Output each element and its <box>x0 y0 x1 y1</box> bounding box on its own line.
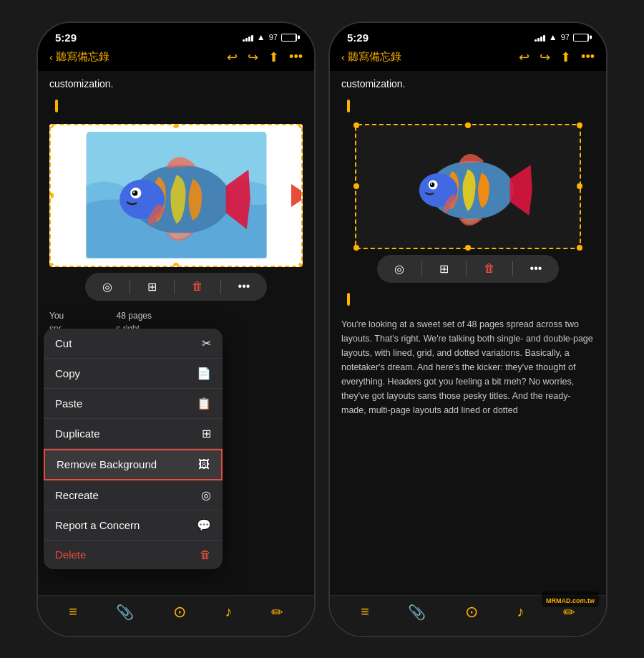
undo-button[interactable]: ↩ <box>227 49 238 65</box>
delete-toolbar-icon[interactable]: 🗑 <box>186 277 209 296</box>
right-phone: 5:29 ▲ 97 ‹ 聽寫備忘錄 <box>328 21 608 637</box>
left-image-container[interactable] <box>49 124 303 267</box>
list-icon[interactable]: ≡ <box>69 604 77 620</box>
right-view-icon[interactable]: ◎ <box>389 259 410 279</box>
right-signal-icon <box>535 34 545 42</box>
more-toolbar-icon[interactable]: ••• <box>233 277 256 296</box>
menu-report-label: Report a Concern <box>55 519 140 531</box>
left-back-button[interactable]: ‹ 聽寫備忘錄 <box>49 50 109 64</box>
right-handle-br[interactable] <box>577 245 582 251</box>
handle-tl[interactable] <box>49 124 54 128</box>
watermark: MRMAD.com.tw <box>542 591 599 607</box>
menu-delete-label: Delete <box>55 548 86 561</box>
right-handle-tr[interactable] <box>577 122 582 128</box>
menu-cut[interactable]: Cut ✂ <box>44 329 223 359</box>
music-icon[interactable]: ♪ <box>225 604 232 620</box>
right-image-toolbar: ◎ ⊞ 🗑 ••• <box>377 255 560 283</box>
right-battery-percent: 97 <box>561 33 570 42</box>
right-handle-tl[interactable] <box>353 122 359 128</box>
right-content-top: customization. <box>330 71 606 94</box>
yellow-line-icon <box>55 100 58 112</box>
right-handle-tm[interactable] <box>465 122 471 128</box>
menu-copy[interactable]: Copy 📄 <box>44 359 223 389</box>
left-content-top: customization. <box>38 71 314 94</box>
right-undo-button[interactable]: ↩ <box>519 49 530 65</box>
right-share-button[interactable]: ⬆ <box>560 49 571 65</box>
left-nav-actions: ↩ ↪ ⬆ ••• <box>227 49 303 65</box>
signal-icon <box>243 34 253 42</box>
right-time: 5:29 <box>347 32 369 44</box>
menu-duplicate-label: Duplicate <box>55 427 100 440</box>
right-handle-ml[interactable] <box>353 183 359 189</box>
menu-copy-label: Copy <box>55 367 80 379</box>
right-yellow-line-2 <box>347 293 350 306</box>
duplicate-icon: ⊞ <box>202 427 211 440</box>
right-attachment-icon[interactable]: 📎 <box>408 604 426 621</box>
left-status-bar: 5:29 ▲ 97 <box>38 23 314 47</box>
right-redo-button[interactable]: ↪ <box>540 49 550 65</box>
redo-button[interactable]: ↪ <box>248 49 258 65</box>
fish-svg <box>64 132 289 258</box>
battery-icon <box>281 34 297 42</box>
right-handle-bl[interactable] <box>353 245 359 251</box>
handle-bl[interactable] <box>49 263 54 267</box>
right-wifi-icon: ▲ <box>549 32 557 42</box>
left-bottom-toolbar: ≡ 📎 ⊙ ♪ ✏ <box>38 595 314 636</box>
right-content: customization. <box>330 71 606 595</box>
left-fish-image[interactable] <box>49 124 303 267</box>
left-status-icons: ▲ 97 <box>243 32 297 42</box>
handle-ml[interactable] <box>49 193 54 198</box>
menu-paste[interactable]: Paste 📋 <box>44 389 223 419</box>
copy-icon: 📄 <box>197 367 211 380</box>
left-content: customization. <box>38 71 314 595</box>
right-yellow-line <box>347 100 350 112</box>
right-nav-actions: ↩ ↪ ⬆ ••• <box>519 49 595 65</box>
right-more-toolbar-icon[interactable]: ••• <box>525 259 548 278</box>
paste-icon: 📋 <box>197 397 211 410</box>
menu-duplicate[interactable]: Duplicate ⊞ <box>44 419 223 449</box>
right-image-container[interactable] <box>355 124 582 249</box>
share-button[interactable]: ⬆ <box>268 49 279 65</box>
right-music-icon[interactable]: ♪ <box>517 604 524 620</box>
svg-point-10 <box>431 183 432 185</box>
remove-bg-icon: 🖼 <box>198 458 210 471</box>
dictate-icon[interactable]: ⊙ <box>173 603 186 621</box>
left-time: 5:29 <box>55 32 77 44</box>
menu-recreate[interactable]: Recreate ◎ <box>44 480 223 511</box>
right-chevron-left-icon: ‹ <box>341 51 345 63</box>
context-menu: Cut ✂ Copy 📄 Paste 📋 Duplicate ⊞ Remove … <box>44 329 223 569</box>
attachment-icon[interactable]: 📎 <box>116 604 134 621</box>
left-image-toolbar: ◎ ⊞ 🗑 ••• <box>85 273 268 301</box>
menu-recreate-label: Recreate <box>55 489 99 501</box>
menu-paste-label: Paste <box>55 397 82 410</box>
right-handle-mr[interactable] <box>577 183 582 189</box>
more-button[interactable]: ••• <box>289 49 303 64</box>
recreate-icon: ◎ <box>201 488 211 502</box>
right-more-button[interactable]: ••• <box>581 49 595 64</box>
view-icon[interactable]: ◎ <box>97 277 118 296</box>
handle-tr[interactable] <box>298 124 303 128</box>
right-dictate-icon[interactable]: ⊙ <box>465 603 478 621</box>
cut-icon: ✂ <box>202 337 211 350</box>
menu-delete[interactable]: Delete 🗑 <box>44 541 223 569</box>
left-phone: 5:29 ▲ 97 ‹ 聽寫備忘錄 <box>36 21 316 637</box>
handle-br[interactable] <box>298 263 303 267</box>
right-delete-toolbar-icon[interactable]: 🗑 <box>478 259 501 278</box>
svg-point-4 <box>132 190 137 196</box>
left-section-divider <box>38 94 314 118</box>
right-nav-bar: ‹ 聽寫備忘錄 ↩ ↪ ⬆ ••• <box>330 47 606 71</box>
right-handle-bm[interactable] <box>465 245 471 251</box>
edit-icon[interactable]: ✏ <box>271 604 283 621</box>
menu-report[interactable]: Report a Concern 💬 <box>44 511 223 541</box>
red-arrow <box>291 184 303 207</box>
right-list-icon[interactable]: ≡ <box>361 604 369 620</box>
handle-bm[interactable] <box>173 263 179 267</box>
duplicate-toolbar-icon[interactable]: ⊞ <box>142 277 162 296</box>
menu-remove-bg[interactable]: Remove Background 🖼 <box>44 449 223 480</box>
right-fish-image[interactable] <box>355 124 582 249</box>
wifi-icon: ▲ <box>257 32 265 42</box>
handle-tm[interactable] <box>173 124 179 128</box>
menu-remove-bg-label: Remove Background <box>57 458 157 470</box>
right-back-button[interactable]: ‹ 聽寫備忘錄 <box>341 50 401 64</box>
right-duplicate-toolbar-icon[interactable]: ⊞ <box>434 259 454 279</box>
